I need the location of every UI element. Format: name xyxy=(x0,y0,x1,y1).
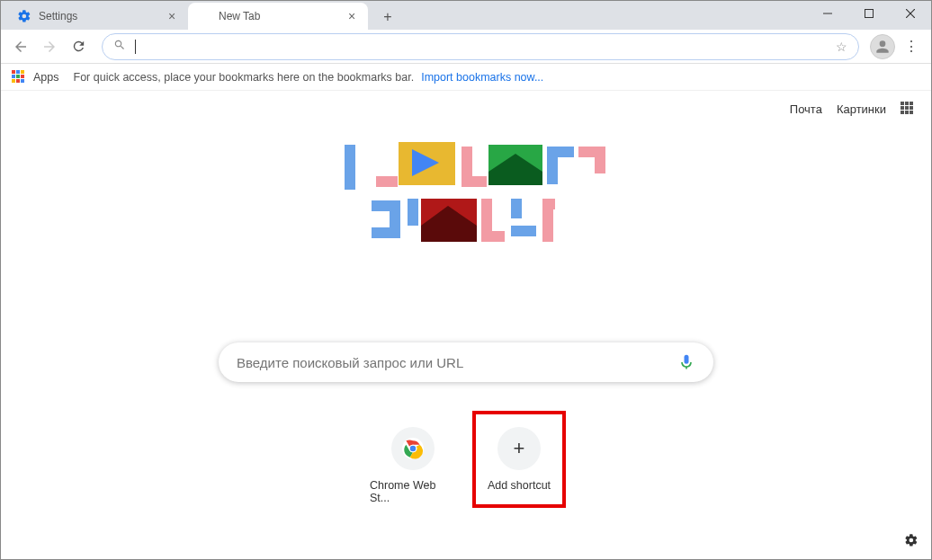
ntp-search-box[interactable] xyxy=(219,342,713,382)
reload-button[interactable] xyxy=(66,34,91,59)
search-icon xyxy=(113,39,126,54)
close-icon[interactable]: × xyxy=(165,9,179,23)
svg-rect-19 xyxy=(408,199,418,226)
ntp-top-links: Почта Картинки xyxy=(790,102,915,116)
chrome-icon xyxy=(391,427,435,470)
voice-search-icon[interactable] xyxy=(677,353,695,371)
customize-button[interactable] xyxy=(904,533,919,550)
mail-link[interactable]: Почта xyxy=(790,102,822,116)
svg-rect-18 xyxy=(390,200,400,238)
page-icon xyxy=(197,9,211,23)
close-icon[interactable]: × xyxy=(345,9,359,23)
tab-title: Settings xyxy=(39,10,77,22)
shortcut-label: Chrome Web St... xyxy=(370,479,456,504)
menu-button[interactable]: ⋮ xyxy=(899,38,924,55)
browser-toolbar: ☆ ⋮ xyxy=(1,30,931,64)
new-tab-button[interactable]: + xyxy=(375,4,400,30)
window-titlebar: Settings × New Tab × + xyxy=(1,1,931,30)
ntp-search-input[interactable] xyxy=(237,355,677,370)
shortcut-chrome-web-store[interactable]: Chrome Web St... xyxy=(370,414,456,504)
back-button[interactable] xyxy=(8,34,33,59)
images-link[interactable]: Картинки xyxy=(837,102,886,116)
apps-label[interactable]: Apps xyxy=(33,71,59,84)
svg-rect-4 xyxy=(345,145,355,190)
close-window-button[interactable] xyxy=(890,1,931,26)
tab-strip: Settings × New Tab × + xyxy=(1,1,400,30)
bookmarks-hint: For quick access, place your bookmarks h… xyxy=(74,71,415,84)
svg-rect-25 xyxy=(511,226,536,236)
svg-rect-23 xyxy=(481,231,505,242)
maximize-button[interactable] xyxy=(848,1,890,26)
shortcut-add[interactable]: + Add shortcut xyxy=(476,414,562,504)
shortcut-label: Add shortcut xyxy=(488,479,551,492)
window-controls xyxy=(807,1,931,26)
bookmark-star-icon[interactable]: ☆ xyxy=(836,40,847,54)
svg-rect-9 xyxy=(462,176,487,187)
svg-rect-5 xyxy=(376,176,398,187)
tab-title: New Tab xyxy=(219,10,260,22)
profile-avatar[interactable] xyxy=(870,34,895,59)
ntp-content: Почта Картинки xyxy=(1,91,931,560)
address-input[interactable] xyxy=(136,40,836,54)
plus-icon: + xyxy=(497,427,541,470)
gear-icon xyxy=(17,9,31,23)
ntp-shortcuts: Chrome Web St... + Add shortcut xyxy=(370,414,562,504)
svg-rect-24 xyxy=(511,199,522,218)
tab-settings[interactable]: Settings × xyxy=(8,3,188,30)
svg-rect-15 xyxy=(595,147,605,173)
google-doodle[interactable] xyxy=(255,136,677,289)
svg-rect-13 xyxy=(547,147,574,157)
apps-launcher-icon[interactable] xyxy=(901,102,915,116)
bookmarks-bar: Apps For quick access, place your bookma… xyxy=(1,64,931,91)
svg-rect-27 xyxy=(542,199,555,209)
apps-icon[interactable] xyxy=(12,70,26,84)
minimize-button[interactable] xyxy=(807,1,848,26)
omnibox[interactable]: ☆ xyxy=(102,33,859,60)
import-bookmarks-link[interactable]: Import bookmarks now... xyxy=(421,71,543,84)
svg-rect-1 xyxy=(865,10,874,18)
forward-button[interactable] xyxy=(37,34,62,59)
tab-newtab[interactable]: New Tab × xyxy=(188,3,368,30)
